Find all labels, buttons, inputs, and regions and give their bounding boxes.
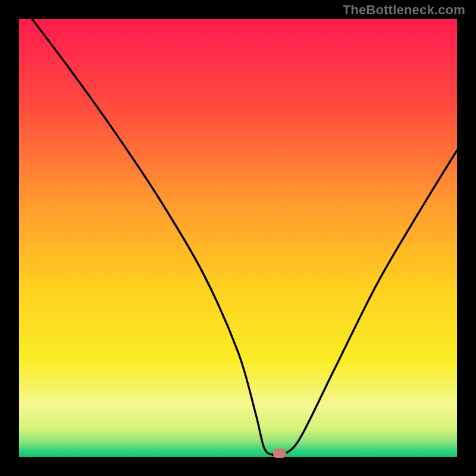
bottleneck-chart (0, 0, 476, 476)
watermark-text: TheBottleneck.com (343, 2, 465, 18)
optimal-marker (273, 449, 286, 458)
chart-stage: TheBottleneck.com (0, 0, 476, 476)
plot-background (19, 19, 457, 457)
